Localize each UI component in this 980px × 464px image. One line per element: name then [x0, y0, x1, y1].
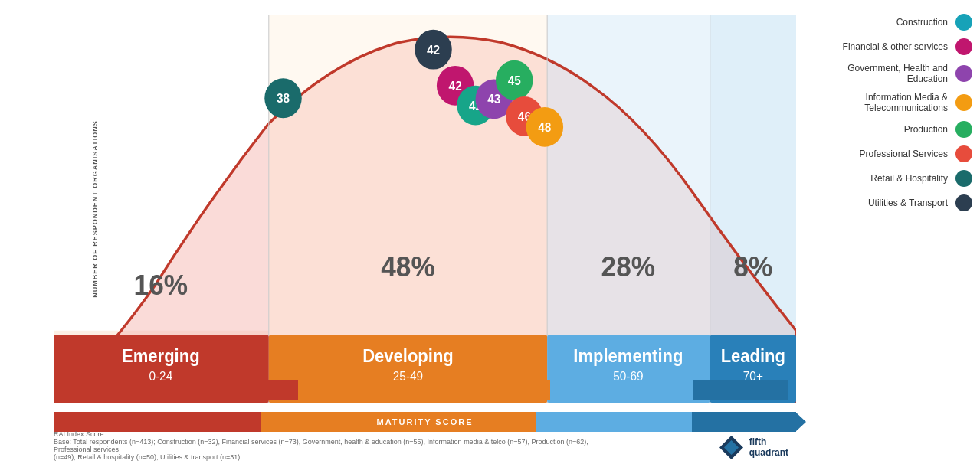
- legend-item-government: Government, Health and Education: [811, 63, 972, 84]
- legend-label-utilities: Utilities & Transport: [868, 198, 948, 208]
- legend-dot-professional: [955, 145, 972, 162]
- svg-text:Leading: Leading: [721, 345, 785, 366]
- legend-label-infotech: Information Media & Telecommunications: [811, 92, 948, 113]
- logo-text-line2: quadrant: [749, 448, 788, 458]
- legend-dot-utilities: [955, 194, 972, 211]
- footnote-line1: RAI Index Score: [54, 430, 620, 438]
- legend-label-construction: Construction: [896, 17, 948, 28]
- legend-item-financial: Financial & other services: [811, 38, 972, 55]
- svg-text:Implementing: Implementing: [573, 345, 683, 366]
- maturity-score-label: MATURITY SCORE: [377, 417, 474, 426]
- legend-item-production: Production: [811, 121, 972, 138]
- footnote-line3: (n=49), Retail & hospitality (n=50), Uti…: [54, 453, 620, 461]
- footnote-line2: Base: Total respondents (n=413); Constru…: [54, 438, 620, 453]
- svg-text:42: 42: [427, 43, 440, 57]
- legend-label-government: Government, Health and Education: [811, 63, 948, 84]
- legend-area: Construction Financial & other services …: [804, 8, 980, 464]
- maturity-bar-container: MATURITY SCORE: [54, 412, 796, 432]
- main-container: NUMBER OF RESPONDENT ORGANISATIONS 16%: [0, 0, 980, 464]
- logo-text-line1: fifth: [749, 437, 788, 447]
- chart-area: NUMBER OF RESPONDENT ORGANISATIONS 16%: [0, 8, 804, 464]
- svg-text:42: 42: [449, 79, 462, 93]
- logo-area: fifth quadrant: [718, 434, 788, 461]
- legend-label-production: Production: [904, 124, 948, 135]
- legend-label-financial: Financial & other services: [843, 41, 948, 52]
- svg-text:8%: 8%: [733, 250, 772, 283]
- legend-dot-government: [955, 65, 972, 82]
- svg-text:28%: 28%: [601, 250, 656, 283]
- footnote-area: RAI Index Score Base: Total respondents …: [54, 430, 620, 461]
- legend-item-utilities: Utilities & Transport: [811, 194, 972, 211]
- svg-text:45: 45: [508, 74, 521, 87]
- svg-text:Emerging: Emerging: [122, 345, 200, 366]
- legend-item-construction: Construction: [811, 14, 972, 31]
- svg-text:Developing: Developing: [362, 345, 454, 366]
- legend-dot-financial: [955, 38, 972, 55]
- legend-dot-infotech: [955, 94, 972, 111]
- svg-text:16%: 16%: [134, 269, 188, 301]
- legend-dot-construction: [955, 14, 972, 31]
- logo-icon: [718, 434, 745, 461]
- legend-dot-production: [955, 121, 972, 138]
- legend-label-professional: Professional Services: [860, 149, 948, 159]
- legend-item-retail: Retail & Hospitality: [811, 170, 972, 187]
- svg-text:38: 38: [277, 92, 290, 106]
- svg-text:48%: 48%: [381, 250, 435, 283]
- svg-text:48: 48: [538, 120, 551, 134]
- chart-svg: 16% 48% 28% 8% Emerging 0-24 Developing …: [54, 15, 796, 403]
- legend-dot-retail: [955, 170, 972, 187]
- legend-item-infotech: Information Media & Telecommunications: [811, 92, 972, 113]
- legend-item-professional: Professional Services: [811, 145, 972, 162]
- svg-text:43: 43: [487, 93, 500, 106]
- legend-label-retail: Retail & Hospitality: [870, 173, 948, 184]
